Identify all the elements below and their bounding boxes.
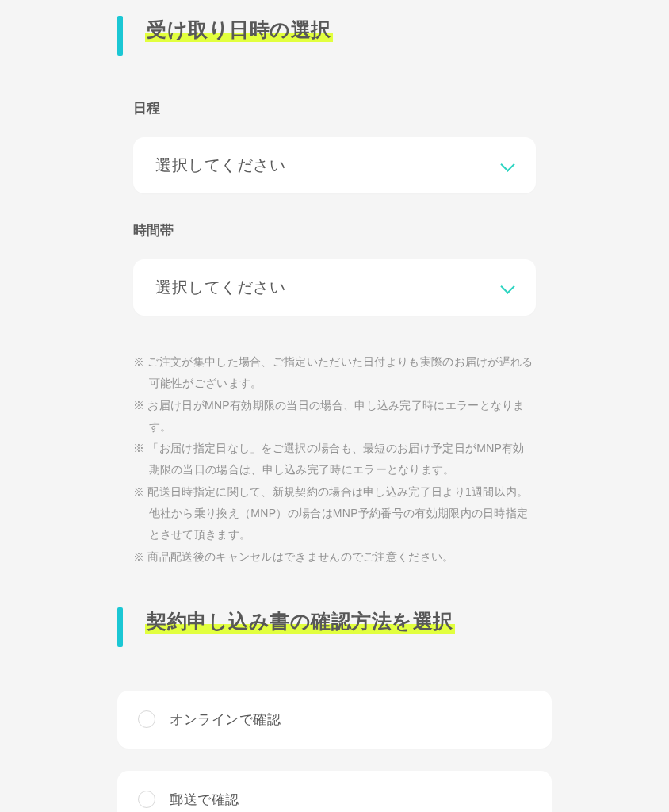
date-select-text: 選択してください xyxy=(155,155,285,176)
note-line: ※ ご注文が集中した場合、ご指定いただいた日付よりも実際のお届けが遅れる可能性が… xyxy=(133,351,536,395)
section-title-confirm: 契約申し込み書の確認方法を選択 xyxy=(145,607,455,635)
time-label: 時間帯 xyxy=(133,221,536,239)
confirm-option-online[interactable]: オンラインで確認 xyxy=(117,691,552,749)
confirm-option-mail[interactable]: 郵送で確認 xyxy=(117,771,552,812)
delivery-notes: ※ ご注文が集中した場合、ご指定いただいた日付よりも実際のお届けが遅れる可能性が… xyxy=(117,343,552,568)
radio-label-online: オンラインで確認 xyxy=(170,710,281,729)
date-label: 日程 xyxy=(133,99,536,117)
chevron-down-icon xyxy=(501,162,514,170)
section-bar xyxy=(117,607,123,647)
radio-label-mail: 郵送で確認 xyxy=(170,791,239,809)
date-select[interactable]: 選択してください xyxy=(133,137,536,193)
note-line: ※ 商品配送後のキャンセルはできませんのでご注意ください。 xyxy=(133,546,536,568)
note-line: ※ 配送日時指定に関して、新規契約の場合は申し込み完了日より1週間以内。他社から… xyxy=(133,481,536,546)
radio-icon xyxy=(138,710,155,728)
section-bar xyxy=(117,16,123,56)
section-header-confirm: 契約申し込み書の確認方法を選択 xyxy=(117,607,552,647)
note-line: ※ 「お届け指定日なし」をご選択の場合も、最短のお届け予定日がMNP有効期限の当… xyxy=(133,438,536,481)
radio-icon xyxy=(138,791,155,808)
time-select-text: 選択してください xyxy=(155,277,285,298)
section-header-delivery: 受け取り日時の選択 xyxy=(117,16,552,56)
chevron-down-icon xyxy=(501,284,514,292)
note-line: ※ お届け日がMNP有効期限の当日の場合、申し込み完了時にエラーとなります。 xyxy=(133,395,536,439)
time-select[interactable]: 選択してください xyxy=(133,259,536,316)
section-title-delivery: 受け取り日時の選択 xyxy=(145,16,333,44)
